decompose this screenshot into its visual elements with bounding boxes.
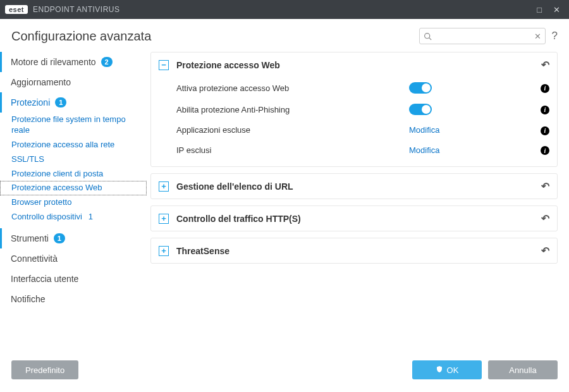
svg-point-0 (424, 33, 429, 38)
toggle-enable-web[interactable] (409, 82, 432, 94)
svg-line-1 (429, 37, 431, 39)
sidebar-item-update[interactable]: Aggiornamento (0, 72, 147, 92)
panel-title: Gestione dell'elenco di URL (176, 181, 293, 192)
panel-title: Controllo del traffico HTTP(S) (176, 214, 301, 224)
ok-label: OK (447, 365, 459, 375)
sidebar-item-label: Notifiche (11, 294, 45, 304)
titlebar: eset ENDPOINT ANTIVIRUS □ ✕ (0, 0, 569, 19)
row-label: Attiva protezione accesso Web (176, 83, 289, 93)
maximize-icon[interactable]: □ (537, 5, 542, 15)
sidebar-item-label: Connettività (11, 254, 58, 264)
panel-https-control: + Controllo del traffico HTTP(S) ↶ (150, 205, 558, 231)
search-icon (424, 32, 432, 40)
close-icon[interactable]: ✕ (553, 5, 560, 15)
badge: 1 (54, 233, 65, 243)
shield-icon (436, 365, 443, 375)
sidebar-item-tools[interactable]: Strumenti 1 (0, 228, 147, 248)
cancel-button[interactable]: Annulla (488, 360, 558, 379)
sidebar-item-detection[interactable]: Motore di rilevamento 2 (0, 52, 147, 72)
panel-threatsense: + ThreatSense ↶ (150, 238, 558, 264)
sidebar-sub-network[interactable]: Protezione accesso alla rete (0, 138, 147, 152)
panel-url-management: + Gestione dell'elenco di URL ↶ (150, 173, 558, 199)
badge: 2 (101, 57, 113, 67)
info-icon[interactable]: i (535, 104, 549, 114)
sidebar-item-label: Protezioni (11, 97, 50, 107)
row-excluded-ips: IP esclusi Modifica i (176, 140, 549, 161)
panel-title: ThreatSense (176, 246, 229, 256)
undo-icon[interactable]: ↶ (541, 212, 549, 224)
sidebar: Motore di rilevamento 2 Aggiornamento Pr… (0, 48, 147, 352)
sidebar-sub-mail[interactable]: Protezione client di posta (0, 167, 147, 181)
sidebar-sub-device-control[interactable]: Controllo dispositivi 1 (0, 210, 147, 224)
sidebar-item-label: Interfaccia utente (11, 274, 78, 284)
ok-button[interactable]: OK (412, 360, 482, 379)
sidebar-item-label: Motore di rilevamento (11, 57, 96, 67)
panel-header-url[interactable]: + Gestione dell'elenco di URL ↶ (151, 174, 557, 199)
row-label: Abilita protezione Anti-Phishing (176, 105, 290, 114)
sidebar-sub-realtime-fs[interactable]: Protezione file system in tempo reale (0, 113, 147, 138)
panel-header-https[interactable]: + Controllo del traffico HTTP(S) ↶ (151, 206, 557, 231)
search-input[interactable] (436, 32, 530, 40)
sidebar-item-ui[interactable]: Interfaccia utente (0, 269, 147, 289)
undo-icon[interactable]: ↶ (541, 245, 549, 257)
panel-title: Protezione accesso Web (176, 60, 280, 70)
footer: Predefinito OK Annulla (0, 352, 569, 388)
undo-icon[interactable]: ↶ (541, 59, 549, 71)
panel-web-protection: − Protezione accesso Web ↶ Attiva protez… (150, 52, 558, 167)
sidebar-item-protections[interactable]: Protezioni 1 (0, 92, 147, 113)
help-button[interactable]: ? (552, 30, 558, 42)
brand-badge: eset (5, 5, 28, 14)
brand-title: ENDPOINT ANTIVIRUS (33, 5, 119, 14)
search-box[interactable]: ✕ (419, 28, 546, 44)
sidebar-sub-web-access[interactable]: Protezione accesso Web (0, 181, 147, 195)
panel-header-web[interactable]: − Protezione accesso Web ↶ (151, 52, 557, 77)
collapse-icon[interactable]: − (159, 60, 169, 70)
badge: 1 (89, 212, 93, 223)
expand-icon[interactable]: + (159, 214, 169, 224)
sidebar-item-notifications[interactable]: Notifiche (0, 289, 147, 309)
undo-icon[interactable]: ↶ (541, 180, 549, 192)
window-controls: □ ✕ (537, 5, 564, 15)
row-anti-phishing: Abilita protezione Anti-Phishing i (176, 99, 549, 120)
panel-header-threatsense[interactable]: + ThreatSense ↶ (151, 238, 557, 263)
sidebar-sub-ssltls[interactable]: SSL/TLS (0, 152, 147, 167)
expand-icon[interactable]: + (159, 246, 169, 256)
info-icon[interactable]: i (535, 83, 549, 93)
sidebar-item-label: Aggiornamento (11, 77, 71, 87)
edit-excluded-apps-link[interactable]: Modifica (409, 125, 439, 135)
clear-search-icon[interactable]: ✕ (534, 32, 541, 41)
toggle-anti-phishing[interactable] (409, 104, 432, 115)
row-enable-web: Attiva protezione accesso Web i (176, 77, 549, 99)
sidebar-sub-browser[interactable]: Browser protetto (0, 195, 147, 210)
page-title: Configurazione avanzata (11, 29, 151, 44)
info-icon[interactable]: i (535, 125, 549, 135)
row-label: IP esclusi (176, 145, 211, 155)
row-label: Applicazioni escluse (176, 125, 250, 135)
header: Configurazione avanzata ✕ ? (0, 19, 569, 48)
info-icon[interactable]: i (535, 145, 549, 156)
sidebar-item-label: Controllo dispositivi (11, 212, 82, 221)
edit-excluded-ips-link[interactable]: Modifica (409, 145, 439, 155)
row-excluded-apps: Applicazioni escluse Modifica i (176, 120, 549, 140)
sidebar-item-connectivity[interactable]: Connettività (0, 248, 147, 269)
expand-icon[interactable]: + (159, 181, 169, 192)
sidebar-item-label: Strumenti (11, 233, 49, 243)
badge: 1 (55, 97, 66, 107)
content-area: − Protezione accesso Web ↶ Attiva protez… (147, 48, 569, 352)
default-button[interactable]: Predefinito (11, 360, 78, 379)
